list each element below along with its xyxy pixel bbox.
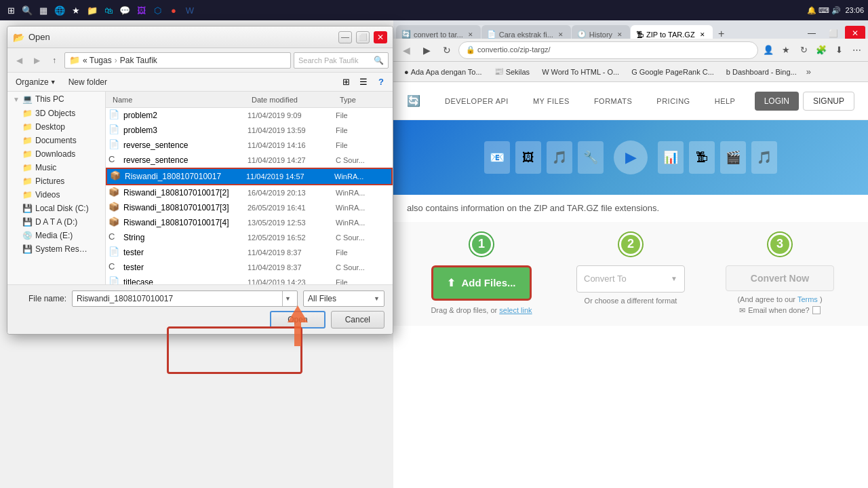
- favorites-star-icon[interactable]: ★: [778, 43, 793, 58]
- new-folder-button[interactable]: New folder: [64, 76, 111, 88]
- tab-close-icon[interactable]: ✕: [698, 30, 707, 39]
- sidebar-item-pictures[interactable]: 📁 Pictures: [7, 174, 105, 188]
- terms-link[interactable]: Terms: [797, 295, 818, 303]
- col-header-date[interactable]: Date modified: [248, 96, 336, 104]
- menu-icon[interactable]: ⋯: [849, 43, 864, 58]
- sidebar-item-desktop[interactable]: 📁 Desktop: [7, 120, 105, 134]
- download-icon[interactable]: ⬇: [831, 43, 846, 58]
- forward-button[interactable]: ▶: [418, 41, 435, 59]
- up-nav-button[interactable]: ↑: [47, 53, 62, 68]
- tab-close-icon[interactable]: ✕: [615, 30, 625, 39]
- sidebar-item-data-d[interactable]: 💾 D A T A (D:): [7, 215, 105, 229]
- file-row[interactable]: 📄 problem2 11/04/2019 9:09 File: [106, 108, 393, 123]
- extensions-icon[interactable]: 🧩: [814, 43, 829, 58]
- favorites-icon[interactable]: ★: [69, 3, 83, 17]
- login-button[interactable]: LOGIN: [755, 92, 799, 111]
- add-files-button[interactable]: ⬆ Add Files...: [431, 265, 531, 301]
- vscode-icon[interactable]: ⬡: [151, 3, 164, 17]
- nav-link-myfiles[interactable]: MY FILES: [528, 94, 575, 108]
- address-bar[interactable]: 🔒 convertio.co/zip-targz/: [458, 41, 758, 59]
- sidebar-item-system-reserved[interactable]: 💾 System Reservec...: [7, 242, 105, 256]
- help-button[interactable]: ?: [374, 75, 389, 90]
- col-header-name[interactable]: Name: [108, 96, 248, 104]
- chrome-icon[interactable]: ●: [167, 3, 180, 17]
- file-icon: 📦: [108, 202, 121, 214]
- task-view-icon[interactable]: ▦: [37, 3, 50, 17]
- forward-nav-button[interactable]: ▶: [29, 53, 44, 68]
- select-link[interactable]: select link: [499, 306, 532, 314]
- organize-button[interactable]: Organize ▼: [12, 76, 60, 88]
- start-button[interactable]: ⊞: [4, 3, 18, 17]
- signup-button[interactable]: SIGNUP: [803, 92, 854, 111]
- view-list-button[interactable]: ☰: [356, 75, 371, 90]
- file-row-selected[interactable]: 📦 Riswandi_1808107010017 11/04/2019 14:5…: [106, 168, 393, 185]
- file-row[interactable]: 📄 tester 11/04/2019 8:37 File: [106, 245, 393, 260]
- col-header-type[interactable]: Type: [336, 96, 390, 104]
- convert-to-select[interactable]: Convert To ▼: [576, 265, 685, 293]
- documents-icon: 📁: [22, 136, 33, 145]
- email-checkbox[interactable]: [812, 306, 821, 314]
- filename-dropdown-arrow[interactable]: ▼: [282, 291, 293, 306]
- file-row[interactable]: C reverse_sentence 11/04/2019 14:27 C So…: [106, 153, 393, 168]
- taskbar-icons-right: 🔔 ⌨ 🔊: [807, 6, 841, 15]
- bookmark-ada-apa[interactable]: ● Ada Apa dengan To...: [399, 66, 488, 78]
- dialog-sidebar: ▼ 💻 This PC 📁 3D Objects 📁 Desktop 📁 Doc…: [7, 92, 106, 284]
- nav-link-developer[interactable]: DEVELOPER API: [439, 94, 514, 108]
- file-row[interactable]: 📦 Riswandi_1808107010017[4] 13/05/2019 1…: [106, 215, 393, 230]
- sidebar-item-downloads[interactable]: 📁 Downloads: [7, 147, 105, 161]
- dialog-maximize-button[interactable]: ⬜: [356, 31, 370, 43]
- file-row[interactable]: 📄 problem3 11/04/2019 13:59 File: [106, 123, 393, 138]
- explorer-icon[interactable]: 📁: [85, 3, 99, 17]
- view-options-button[interactable]: ⊞: [338, 75, 353, 90]
- edge-icon[interactable]: 🌐: [53, 3, 66, 17]
- convert-now-button[interactable]: Convert Now: [726, 265, 834, 291]
- search-box[interactable]: Search Pak Taufik 🔍: [294, 52, 389, 69]
- sidebar-item-videos[interactable]: 📁 Videos: [7, 188, 105, 202]
- dialog-minimize-button[interactable]: —: [338, 31, 352, 43]
- sidebar-item-music[interactable]: 📁 Music: [7, 161, 105, 174]
- dialog-close-button[interactable]: ✕: [374, 31, 387, 43]
- bookmark-bing[interactable]: b Dashboard - Bing...: [721, 66, 802, 78]
- breadcrumb-bar[interactable]: 📁 « Tugas › Pak Taufik: [64, 52, 291, 69]
- file-row[interactable]: 📄 reverse_sentence 11/04/2019 14:16 File: [106, 138, 393, 153]
- sidebar-item-media-e[interactable]: 💿 Media (E:): [7, 229, 105, 242]
- refresh-button[interactable]: ↻: [438, 41, 456, 59]
- bookmark-pagerank[interactable]: G Google PageRank C...: [626, 66, 719, 78]
- word-icon[interactable]: W: [183, 3, 197, 17]
- sidebar-label: Downloads: [35, 149, 75, 159]
- file-row[interactable]: 📄 titlecase 11/04/2019 14:23 File: [106, 275, 393, 284]
- nav-link-formats[interactable]: FORMATS: [589, 94, 637, 108]
- open-button[interactable]: Open: [270, 311, 325, 329]
- sidebar-item-local-disk-c[interactable]: 💾 Local Disk (C:): [7, 202, 105, 215]
- sidebar-item-3d-objects[interactable]: 📁 3D Objects: [7, 107, 105, 120]
- tab-close-icon[interactable]: ✕: [556, 30, 566, 39]
- bookmark-favicon: ●: [404, 68, 409, 76]
- filename-input[interactable]: Riswandi_1808107010017 ▼: [72, 290, 298, 307]
- filetype-select[interactable]: All Files ▼: [303, 290, 384, 307]
- file-name: titlecase: [123, 278, 248, 284]
- file-row[interactable]: C tester 11/04/2019 8:37 C Sour...: [106, 260, 393, 275]
- file-list[interactable]: 📄 problem2 11/04/2019 9:09 File 📄 proble…: [106, 108, 393, 284]
- bookmark-word-html[interactable]: W Word To HTML - O...: [536, 66, 625, 78]
- file-row[interactable]: 📦 Riswandi_1808107010017[3] 26/05/2019 1…: [106, 200, 393, 215]
- tab-close-icon[interactable]: ✕: [466, 30, 475, 39]
- sidebar-item-this-pc[interactable]: ▼ 💻 This PC: [7, 92, 105, 107]
- bookmark-sekilas[interactable]: 📰 Sekilas: [489, 65, 535, 78]
- profile-icon[interactable]: 👤: [761, 43, 776, 58]
- nav-link-help[interactable]: HELP: [709, 94, 741, 108]
- refresh-page-icon[interactable]: ↻: [796, 43, 811, 58]
- sidebar-item-documents[interactable]: 📁 Documents: [7, 134, 105, 147]
- system-reserved-icon: 💾: [22, 244, 33, 254]
- back-button[interactable]: ◀: [397, 41, 415, 59]
- store-icon[interactable]: 🛍: [102, 3, 115, 17]
- file-row[interactable]: C String 12/05/2019 16:52 C Sour...: [106, 230, 393, 245]
- bookmarks-more-button[interactable]: »: [804, 67, 814, 77]
- nav-link-pricing[interactable]: PRICING: [651, 94, 695, 108]
- search-taskbar-icon[interactable]: 🔍: [20, 3, 34, 17]
- file-name: problem2: [123, 111, 248, 120]
- photos-icon[interactable]: 🖼: [134, 3, 148, 17]
- back-nav-button[interactable]: ◀: [12, 53, 26, 68]
- cancel-button[interactable]: Cancel: [331, 311, 384, 329]
- whatsapp-icon[interactable]: 💬: [118, 3, 132, 17]
- file-row[interactable]: 📦 Riswandi_1808107010017[2] 16/04/2019 2…: [106, 185, 393, 200]
